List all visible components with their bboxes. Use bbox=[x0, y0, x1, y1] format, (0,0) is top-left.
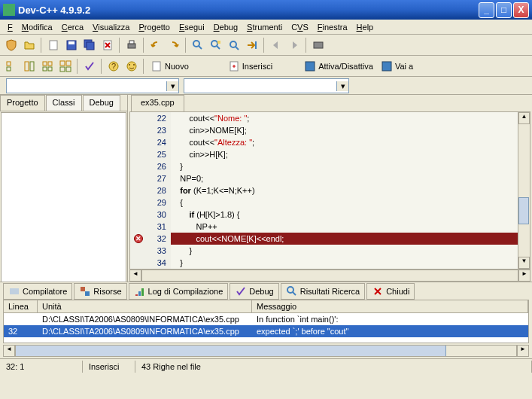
svg-text:?: ? bbox=[111, 62, 116, 71]
replace-icon[interactable] bbox=[208, 37, 224, 53]
side-content bbox=[1, 112, 126, 282]
compiler-header: Linea Unità Messaggio bbox=[4, 300, 528, 313]
scroll-left-icon[interactable]: ◄ bbox=[3, 345, 15, 357]
redo-icon[interactable] bbox=[166, 37, 182, 53]
inserisci-button[interactable]: Inserisci bbox=[225, 59, 275, 74]
status-position: 32: 1 bbox=[0, 361, 83, 373]
svg-rect-36 bbox=[81, 287, 85, 291]
menu-project[interactable]: Progetto bbox=[134, 21, 175, 33]
menu-tools[interactable]: Strumenti bbox=[242, 21, 287, 33]
statusbar: 32: 1 Inserisci 43 Righe nel file bbox=[0, 358, 532, 373]
dropdown-1[interactable]: ▾ bbox=[6, 78, 179, 93]
svg-rect-12 bbox=[255, 41, 257, 49]
svg-point-29 bbox=[129, 64, 130, 65]
save-all-icon[interactable] bbox=[81, 37, 98, 53]
menu-window[interactable]: Finestra bbox=[313, 21, 352, 33]
svg-rect-34 bbox=[382, 62, 391, 71]
attiva-button[interactable]: Attiva/Disattiva bbox=[301, 59, 376, 74]
tab-risultati[interactable]: Risultati Ricerca bbox=[281, 283, 365, 300]
svg-rect-23 bbox=[66, 61, 71, 65]
scroll-right-icon[interactable]: ► bbox=[517, 345, 529, 357]
toolbar-main bbox=[0, 35, 532, 56]
scroll-up-icon[interactable]: ▲ bbox=[518, 112, 530, 124]
tab-compilatore[interactable]: Compilatore bbox=[3, 283, 72, 300]
toolbar-secondary: ? Nuovo Inserisci Attiva/Disattiva Vai a bbox=[0, 56, 532, 77]
menu-run[interactable]: Esegui bbox=[175, 21, 209, 33]
menu-debug[interactable]: Debug bbox=[209, 21, 242, 33]
scroll-thumb[interactable] bbox=[518, 197, 529, 224]
compiler-row[interactable]: D:\CLASSI\TA2006\AS0809\INFORMATICA\ex35… bbox=[4, 313, 528, 325]
svg-rect-39 bbox=[138, 291, 141, 296]
nav-back-icon[interactable] bbox=[268, 37, 284, 53]
help-icon[interactable]: ? bbox=[105, 58, 122, 75]
menu-file[interactable]: F bbox=[3, 21, 17, 33]
svg-rect-19 bbox=[48, 62, 52, 65]
goto-icon[interactable] bbox=[244, 37, 260, 53]
menu-cvs[interactable]: CVS bbox=[287, 21, 313, 33]
close-doc-icon[interactable] bbox=[99, 37, 116, 53]
check-icon[interactable] bbox=[81, 58, 98, 75]
compiler-row[interactable]: 32D:\CLASSI\TA2006\AS0809\INFORMATICA\ex… bbox=[4, 325, 528, 337]
minimize-button[interactable]: _ bbox=[479, 2, 494, 18]
svg-rect-2 bbox=[68, 41, 74, 44]
svg-rect-4 bbox=[87, 42, 94, 50]
col-unita[interactable]: Unità bbox=[38, 300, 252, 312]
bottom-horizontal-scrollbar[interactable]: ◄ ► bbox=[3, 345, 529, 357]
compiler-output: Linea Unità Messaggio D:\CLASSI\TA2006\A… bbox=[3, 300, 529, 343]
svg-rect-10 bbox=[217, 41, 220, 44]
menu-help[interactable]: Help bbox=[352, 21, 378, 33]
find-icon[interactable] bbox=[190, 37, 206, 53]
about-icon[interactable] bbox=[123, 58, 140, 75]
dropdown-2[interactable]: ▾ bbox=[184, 78, 349, 93]
tab-classi[interactable]: Classi bbox=[46, 95, 82, 111]
col-messaggio[interactable]: Messaggio bbox=[252, 300, 528, 312]
editor-area: ex35.cpp ✕ 22232425262728293031323334 co… bbox=[128, 95, 532, 282]
toggle-icon[interactable] bbox=[310, 37, 327, 53]
app-icon bbox=[3, 4, 15, 16]
svg-rect-24 bbox=[60, 67, 65, 72]
svg-rect-16 bbox=[25, 62, 29, 71]
svg-rect-38 bbox=[135, 294, 138, 296]
scroll-thumb[interactable] bbox=[16, 346, 446, 356]
scroll-down-icon[interactable]: ▼ bbox=[518, 257, 530, 269]
find-again-icon[interactable] bbox=[226, 37, 242, 53]
svg-rect-35 bbox=[10, 288, 19, 294]
tab-chiudi[interactable]: Chiudi bbox=[366, 283, 415, 300]
tab-debug-bottom[interactable]: Debug bbox=[230, 283, 278, 300]
open-icon[interactable] bbox=[21, 37, 38, 53]
vai-a-button[interactable]: Vai a bbox=[378, 59, 416, 74]
nav-fwd-icon[interactable] bbox=[286, 37, 302, 53]
svg-point-41 bbox=[287, 287, 293, 293]
tab-debug-side[interactable]: Debug bbox=[83, 95, 120, 111]
tab-progetto[interactable]: Progetto bbox=[0, 95, 45, 111]
svg-rect-17 bbox=[30, 62, 34, 71]
view-3-icon[interactable] bbox=[39, 58, 56, 75]
new-doc-icon[interactable] bbox=[45, 37, 62, 53]
view-4-icon[interactable] bbox=[57, 58, 74, 75]
maximize-button[interactable]: □ bbox=[496, 2, 512, 18]
tab-risorse[interactable]: Risorse bbox=[74, 283, 126, 300]
view-2-icon[interactable] bbox=[21, 58, 38, 75]
editor-tab-file[interactable]: ex35.cpp bbox=[131, 95, 184, 111]
marker-column: ✕ bbox=[130, 112, 147, 269]
vertical-scrollbar[interactable]: ▲ ▼ bbox=[518, 112, 530, 269]
code-editor[interactable]: cout<<"Nome: "; cin>>NOME[K]; cout<<"Alt… bbox=[171, 112, 518, 269]
horizontal-scrollbar[interactable]: ◄ ► bbox=[129, 270, 530, 282]
menu-search[interactable]: Cerca bbox=[57, 21, 88, 33]
shield-icon[interactable] bbox=[3, 37, 20, 53]
undo-icon[interactable] bbox=[147, 37, 164, 53]
svg-point-30 bbox=[133, 64, 135, 65]
svg-rect-25 bbox=[66, 67, 71, 72]
scroll-left-icon[interactable]: ◄ bbox=[129, 270, 141, 282]
nuovo-button[interactable]: Nuovo bbox=[147, 59, 192, 74]
close-button[interactable]: X bbox=[513, 2, 529, 18]
save-icon[interactable] bbox=[63, 37, 80, 53]
print-icon[interactable] bbox=[123, 37, 140, 53]
scroll-right-icon[interactable]: ► bbox=[518, 270, 530, 282]
menu-view[interactable]: Visualizza bbox=[88, 21, 134, 33]
dropdowns-row: ▾ ▾ bbox=[0, 77, 532, 95]
view-1-icon[interactable] bbox=[3, 58, 20, 75]
col-linea[interactable]: Linea bbox=[4, 300, 38, 312]
tab-log[interactable]: Log di Compilazione bbox=[129, 283, 229, 300]
menu-edit[interactable]: Modifica bbox=[17, 21, 57, 33]
